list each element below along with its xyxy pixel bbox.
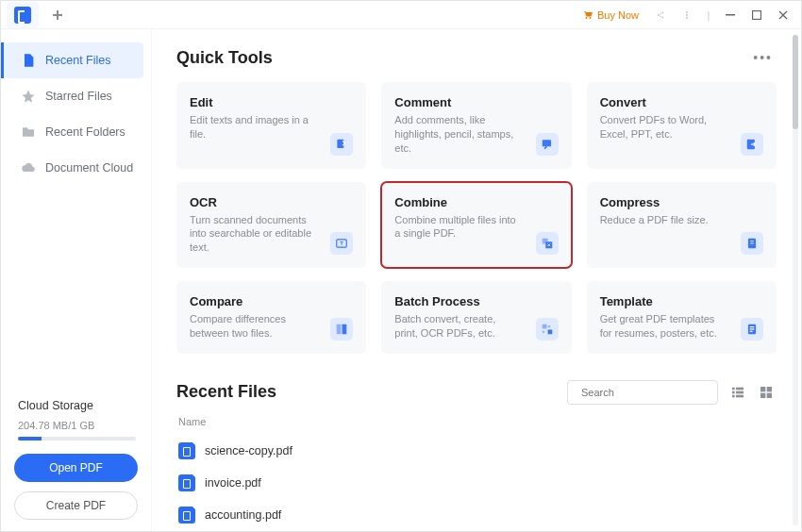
sidebar-item-label: Recent Folders — [45, 125, 125, 139]
minimize-button[interactable] — [718, 4, 743, 26]
file-icon — [21, 53, 36, 68]
svg-rect-18 — [542, 324, 546, 329]
tool-card-title: Batch Process — [394, 294, 518, 308]
svg-point-4 — [686, 14, 688, 16]
pdf-file-icon — [178, 507, 195, 524]
share-icon[interactable] — [648, 4, 673, 26]
svg-rect-6 — [726, 14, 735, 16]
kebab-menu-icon[interactable] — [675, 4, 699, 26]
tool-card-icon — [534, 316, 560, 342]
svg-rect-26 — [736, 387, 744, 390]
tool-card-comment[interactable]: CommentAdd comments, like highlights, pe… — [381, 82, 571, 169]
tool-card-batch-process[interactable]: Batch ProcessBatch convert, create, prin… — [381, 281, 571, 354]
svg-point-1 — [662, 11, 664, 13]
tool-card-compare[interactable]: CompareCompare differences between two f… — [176, 281, 366, 354]
tool-card-compress[interactable]: CompressReduce a PDF file size. — [587, 182, 777, 269]
tool-card-desc: Edit texts and images in a file. — [190, 113, 313, 141]
tool-card-icon: T — [328, 230, 355, 257]
sidebar-item-starred-files[interactable]: Starred Files — [1, 78, 143, 114]
tool-card-title: Compare — [190, 294, 313, 308]
file-name: accounting.pdf — [205, 508, 281, 522]
pdf-file-icon — [178, 474, 195, 491]
sidebar-item-recent-files[interactable]: Recent Files — [1, 42, 143, 78]
cart-icon — [582, 9, 593, 21]
file-row[interactable]: invoice.pdf — [176, 467, 777, 499]
recent-files-list: science-copy.pdfinvoice.pdfaccounting.pd… — [176, 435, 777, 531]
tool-card-icon — [328, 131, 355, 158]
tool-card-title: Compress — [600, 195, 724, 209]
tool-card-icon — [739, 230, 765, 257]
tool-card-desc: Turn scanned documents into searchable o… — [190, 213, 313, 256]
tool-card-desc: Reduce a PDF file size. — [600, 213, 724, 227]
tool-card-combine[interactable]: CombineCombine multiple files into a sin… — [381, 182, 571, 269]
sidebar-item-recent-folders[interactable]: Recent Folders — [1, 114, 143, 150]
svg-rect-27 — [732, 391, 735, 393]
window-controls: | — [648, 4, 795, 26]
quick-tools-title: Quick Tools — [176, 48, 273, 68]
svg-text:T: T — [341, 241, 344, 246]
quick-tools-more-button[interactable]: ••• — [749, 46, 777, 69]
recent-files-title: Recent Files — [176, 382, 276, 402]
tool-card-convert[interactable]: ConvertConvert PDFs to Word, Excel, PPT,… — [587, 82, 777, 169]
cloud-storage-usage: 204.78 MB/1 GB — [18, 420, 136, 431]
tool-card-template[interactable]: TemplateGet great PDF templates for resu… — [587, 281, 777, 354]
sidebar-item-label: Starred Files — [45, 90, 112, 103]
file-row[interactable]: accounting.pdf — [176, 499, 777, 531]
svg-point-0 — [658, 14, 660, 16]
sidebar: Recent Files Starred Files Recent Folder… — [1, 29, 152, 531]
view-list-button[interactable] — [727, 382, 748, 403]
create-pdf-button[interactable]: Create PDF — [14, 491, 138, 520]
tool-card-title: Edit — [190, 95, 313, 109]
tool-card-desc: Combine multiple files into a single PDF… — [394, 213, 518, 241]
sidebar-item-label: Document Cloud — [45, 161, 133, 175]
titlebar: Buy Now | — [1, 1, 801, 29]
tool-card-title: Combine — [394, 195, 518, 209]
main-content: Quick Tools ••• EditEdit texts and image… — [152, 29, 801, 531]
star-icon — [21, 89, 36, 104]
tool-card-title: Template — [600, 294, 724, 308]
scrollbar[interactable] — [793, 35, 798, 525]
svg-rect-7 — [753, 10, 761, 19]
maximize-button[interactable] — [744, 4, 769, 26]
svg-rect-34 — [767, 392, 772, 397]
svg-rect-31 — [760, 387, 765, 391]
svg-point-3 — [686, 11, 688, 13]
svg-point-5 — [686, 17, 688, 19]
scrollbar-thumb[interactable] — [793, 35, 798, 129]
buy-now-link[interactable]: Buy Now — [582, 9, 639, 21]
sidebar-item-label: Recent Files — [45, 54, 110, 67]
tool-card-title: Convert — [600, 95, 724, 109]
file-row[interactable]: science-copy.pdf — [176, 435, 777, 467]
sidebar-nav: Recent Files Starred Files Recent Folder… — [1, 37, 151, 186]
tool-card-desc: Get great PDF templates for resumes, pos… — [600, 312, 724, 341]
home-tab[interactable] — [7, 2, 39, 28]
svg-rect-8 — [338, 139, 344, 147]
search-input[interactable] — [581, 387, 711, 398]
svg-rect-33 — [760, 392, 765, 397]
cloud-storage-block: Cloud Storage 204.78 MB/1 GB — [1, 399, 151, 454]
folder-icon — [21, 125, 36, 140]
tool-card-icon — [739, 131, 765, 158]
tool-card-edit[interactable]: EditEdit texts and images in a file. — [176, 82, 366, 169]
recent-search[interactable] — [567, 380, 718, 405]
tool-card-icon — [534, 131, 560, 158]
app-window: Buy Now | Recent Files Starred Files — [0, 0, 802, 532]
tool-card-ocr[interactable]: OCRTurn scanned documents into searchabl… — [176, 182, 366, 269]
new-tab-button[interactable] — [46, 4, 69, 26]
svg-rect-16 — [337, 324, 342, 335]
buy-now-label: Buy Now — [597, 9, 639, 21]
tool-card-desc: Batch convert, create, print, OCR PDFs, … — [394, 312, 518, 341]
svg-rect-21 — [750, 326, 755, 327]
cloud-storage-bar — [18, 437, 136, 441]
pdf-file-icon — [178, 442, 195, 459]
svg-rect-17 — [343, 324, 347, 335]
view-grid-button[interactable] — [756, 382, 777, 403]
svg-rect-22 — [750, 328, 755, 329]
cloud-icon — [21, 160, 36, 175]
close-button[interactable] — [771, 4, 795, 26]
tool-card-desc: Add comments, like highlights, pencil, s… — [394, 113, 518, 156]
svg-point-2 — [662, 16, 664, 18]
sidebar-item-document-cloud[interactable]: Document Cloud — [1, 150, 143, 186]
open-pdf-button[interactable]: Open PDF — [14, 454, 138, 482]
cloud-storage-title: Cloud Storage — [18, 399, 136, 412]
